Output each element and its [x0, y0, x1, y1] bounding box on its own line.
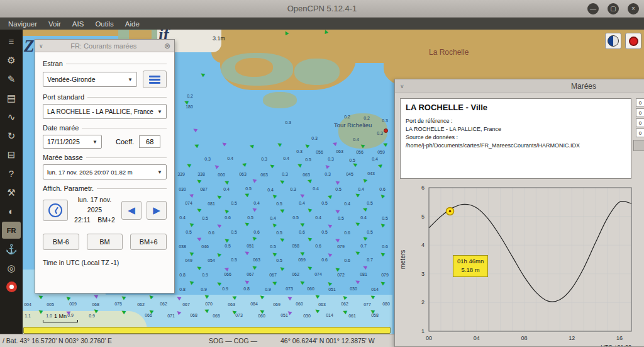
current-arrow-icon[interactable]: ▶ [324, 163, 330, 169]
current-arrow-icon[interactable]: ▶ [297, 162, 303, 168]
current-arrow-icon[interactable]: ▶ [242, 161, 247, 168]
current-arrow-icon[interactable]: ▶ [194, 142, 199, 149]
close-button[interactable]: × [628, 3, 639, 14]
help-button[interactable]: ? [2, 165, 21, 182]
current-arrow-icon[interactable]: ▶ [249, 143, 254, 149]
current-arrow-icon[interactable]: ▶ [307, 178, 313, 184]
current-arrow-icon[interactable]: ▶ [251, 235, 257, 241]
current-arrow-icon[interactable]: ▶ [354, 249, 360, 256]
auto-follow-button[interactable]: ↻ [2, 127, 21, 144]
maximize-button[interactable]: ▢ [608, 3, 619, 14]
legend-list-button[interactable] [143, 71, 167, 88]
current-arrow-icon[interactable]: ▶ [224, 266, 230, 272]
current-arrow-icon[interactable]: ▶ [334, 266, 340, 272]
current-arrow-icon[interactable]: ▶ [354, 191, 360, 198]
color-scheme-button[interactable]: ◐ [2, 203, 21, 220]
current-arrow-icon[interactable]: ▶ [276, 141, 282, 147]
current-arrow-icon[interactable]: ▶ [326, 251, 333, 258]
current-arrow-icon[interactable]: ▶ [334, 179, 340, 185]
current-arrow-icon[interactable]: ▶ [306, 207, 313, 213]
current-arrow-icon[interactable]: ▶ [223, 208, 230, 214]
collapse-chevron-icon[interactable]: ∨ [39, 43, 43, 49]
print-button[interactable]: ⊟ [2, 146, 21, 163]
current-arrow-icon[interactable]: ▶ [188, 221, 194, 227]
current-arrow-icon[interactable]: ▶ [221, 140, 227, 147]
current-arrow-icon[interactable]: ▶ [332, 140, 338, 147]
current-arrow-icon[interactable]: ▶ [306, 236, 313, 242]
previous-step-button[interactable]: ◀ [121, 201, 142, 220]
current-arrow-icon[interactable]: ▶ [251, 264, 257, 270]
port-select[interactable]: LA ROCHELLE - LA PALLICE, France ▼ [43, 104, 167, 119]
current-arrow-icon[interactable]: ▶ [335, 237, 340, 243]
track-button[interactable]: ∿ [2, 108, 21, 125]
current-arrow-icon[interactable]: ▶ [251, 206, 257, 212]
current-time-button[interactable] [43, 200, 68, 221]
current-arrow-icon[interactable]: ▶ [334, 208, 340, 214]
current-arrow-icon[interactable]: ▶ [269, 162, 275, 169]
current-arrow-icon[interactable]: ▶ [188, 250, 194, 256]
current-arrow-icon[interactable]: ▶ [192, 127, 197, 133]
gps-status-button[interactable] [625, 33, 641, 49]
current-arrow-icon[interactable]: ▶ [244, 191, 250, 198]
chart-list-button[interactable]: ▤ [2, 89, 21, 106]
current-arrow-icon[interactable]: ▶ [196, 236, 202, 242]
current-arrow-icon[interactable]: ▶ [327, 193, 333, 200]
current-arrow-icon[interactable]: ▶ [362, 177, 368, 183]
main-menu-button[interactable]: ≡ [2, 33, 21, 50]
current-arrow-icon[interactable]: ▶ [362, 206, 368, 212]
menu-naviguer[interactable]: Naviguer [3, 20, 43, 28]
current-arrow-icon[interactable]: ▶ [379, 193, 386, 199]
current-arrow-icon[interactable]: ▶ [279, 207, 285, 213]
menu-aide[interactable]: Aide [119, 20, 145, 28]
current-arrow-icon[interactable]: ▶ [199, 71, 206, 77]
close-icon[interactable]: ⊗ [164, 42, 170, 50]
current-arrow-icon[interactable]: ▶ [196, 265, 201, 271]
menu-outils[interactable]: Outils [89, 20, 119, 28]
fr-currents-plugin-button[interactable]: FR [2, 222, 21, 239]
current-arrow-icon[interactable]: ▶ [271, 193, 277, 199]
current-arrow-icon[interactable]: ▶ [196, 207, 201, 213]
current-arrow-icon[interactable]: ▶ [189, 192, 194, 198]
current-arrow-icon[interactable]: ▶ [304, 142, 310, 149]
current-arrow-icon[interactable]: ▶ [379, 222, 386, 228]
current-arrow-icon[interactable]: ▶ [272, 280, 277, 286]
window-titlebar[interactable]: OpenCPN 5.12.4-1 —▢× [0, 0, 644, 18]
radar-button[interactable]: ◎ [2, 259, 21, 276]
current-arrow-icon[interactable]: ▶ [223, 237, 230, 243]
tools-button[interactable]: ⚒ [2, 184, 21, 201]
bm-minus6-button[interactable]: BM-6 [43, 234, 79, 250]
current-arrow-icon[interactable]: ▶ [299, 221, 305, 227]
estran-select[interactable]: Vendée-Gironde ▼ [43, 72, 137, 87]
current-arrow-icon[interactable]: ▶ [362, 235, 368, 241]
current-arrow-icon[interactable]: ▶ [354, 220, 360, 227]
current-arrow-icon[interactable]: ▶ [251, 177, 257, 183]
current-arrow-icon[interactable]: ▶ [354, 278, 360, 285]
tides-titlebar[interactable]: ∨ Marées [395, 79, 644, 93]
current-arrow-icon[interactable]: ▶ [216, 193, 222, 200]
current-arrow-icon[interactable]: ▶ [216, 251, 222, 258]
current-arrow-icon[interactable]: ▶ [271, 251, 277, 257]
current-arrow-icon[interactable]: ▶ [243, 220, 250, 227]
minimize-button[interactable]: — [587, 3, 599, 14]
current-arrow-icon[interactable]: ▶ [188, 279, 194, 285]
current-arrow-icon[interactable]: ▶ [326, 280, 333, 287]
current-arrow-icon[interactable]: ▶ [362, 264, 368, 270]
current-arrow-icon[interactable]: ▶ [216, 280, 221, 287]
options-button[interactable]: ⚙ [2, 52, 21, 69]
bm-plus6-button[interactable]: BM+6 [130, 234, 167, 250]
current-arrow-icon[interactable]: ▶ [224, 179, 230, 185]
current-arrow-icon[interactable]: ▶ [379, 251, 386, 257]
current-arrow-icon[interactable]: ▶ [279, 178, 284, 185]
anchor-watch-button[interactable]: ⚓ [2, 241, 21, 258]
menu-ais[interactable]: AIS [67, 20, 90, 28]
current-arrow-icon[interactable]: ▶ [271, 222, 277, 228]
current-arrow-icon[interactable]: ▶ [299, 192, 304, 198]
current-arrow-icon[interactable]: ▶ [377, 162, 383, 169]
current-arrow-icon[interactable]: ▶ [306, 265, 312, 271]
current-arrow-icon[interactable]: ▶ [186, 162, 191, 168]
current-arrow-icon[interactable]: ▶ [299, 279, 305, 285]
current-arrow-icon[interactable]: ▶ [326, 222, 333, 229]
menu-voir[interactable]: Voir [43, 20, 67, 28]
bm-button[interactable]: BM [87, 234, 123, 250]
mob-lifebuoy-button[interactable] [2, 278, 21, 295]
